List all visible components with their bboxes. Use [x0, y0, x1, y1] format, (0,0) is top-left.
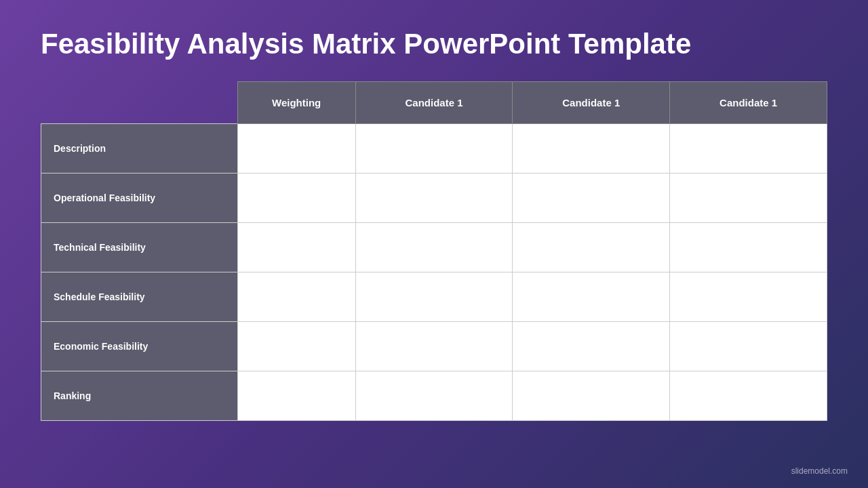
- table-header-row: Weighting Candidate 1 Candidate 1 Candid…: [41, 82, 827, 124]
- data-cell-5-3: [670, 371, 827, 421]
- data-cell-2-0: [237, 223, 355, 272]
- table-row: Operational Feasibility: [41, 174, 827, 223]
- data-cell-5-2: [513, 371, 670, 421]
- data-cell-3-2: [513, 272, 670, 322]
- watermark: slidemodel.com: [791, 466, 848, 476]
- data-cell-0-1: [355, 124, 513, 174]
- data-cell-5-0: [237, 371, 355, 421]
- data-cell-1-0: [237, 174, 355, 223]
- slide-container: Feasibility Analysis Matrix PowerPoint T…: [0, 0, 868, 488]
- header-candidate1: Candidate 1: [355, 82, 513, 124]
- header-candidate2: Candidate 1: [513, 82, 670, 124]
- data-cell-3-1: [355, 272, 513, 322]
- data-cell-5-1: [355, 371, 513, 421]
- data-cell-1-1: [355, 174, 513, 223]
- table-row: Ranking: [41, 371, 827, 421]
- data-cell-4-2: [513, 322, 670, 371]
- header-weighting: Weighting: [237, 82, 355, 124]
- table-row: Technical Feasibility: [41, 223, 827, 272]
- data-cell-0-0: [237, 124, 355, 174]
- data-cell-2-2: [513, 223, 670, 272]
- data-cell-2-1: [355, 223, 513, 272]
- data-cell-3-0: [237, 272, 355, 322]
- data-cell-0-3: [670, 124, 827, 174]
- slide-title: Feasibility Analysis Matrix PowerPoint T…: [41, 27, 827, 61]
- data-cell-1-3: [670, 174, 827, 223]
- table-row: Economic Feasibility: [41, 322, 827, 371]
- row-label-0: Description: [41, 124, 238, 174]
- matrix-wrapper: Weighting Candidate 1 Candidate 1 Candid…: [41, 81, 827, 468]
- matrix-table: Weighting Candidate 1 Candidate 1 Candid…: [41, 81, 827, 421]
- row-label-2: Technical Feasibility: [41, 223, 238, 272]
- data-cell-0-2: [513, 124, 670, 174]
- table-row: Description: [41, 124, 827, 174]
- row-label-3: Schedule Feasibility: [41, 272, 238, 322]
- data-cell-2-3: [670, 223, 827, 272]
- row-label-5: Ranking: [41, 371, 238, 421]
- row-label-1: Operational Feasibility: [41, 174, 238, 223]
- data-cell-4-3: [670, 322, 827, 371]
- data-cell-1-2: [513, 174, 670, 223]
- data-cell-4-0: [237, 322, 355, 371]
- header-candidate3: Candidate 1: [670, 82, 827, 124]
- table-row: Schedule Feasibility: [41, 272, 827, 322]
- data-cell-3-3: [670, 272, 827, 322]
- row-label-4: Economic Feasibility: [41, 322, 238, 371]
- header-empty: [41, 82, 238, 124]
- data-cell-4-1: [355, 322, 513, 371]
